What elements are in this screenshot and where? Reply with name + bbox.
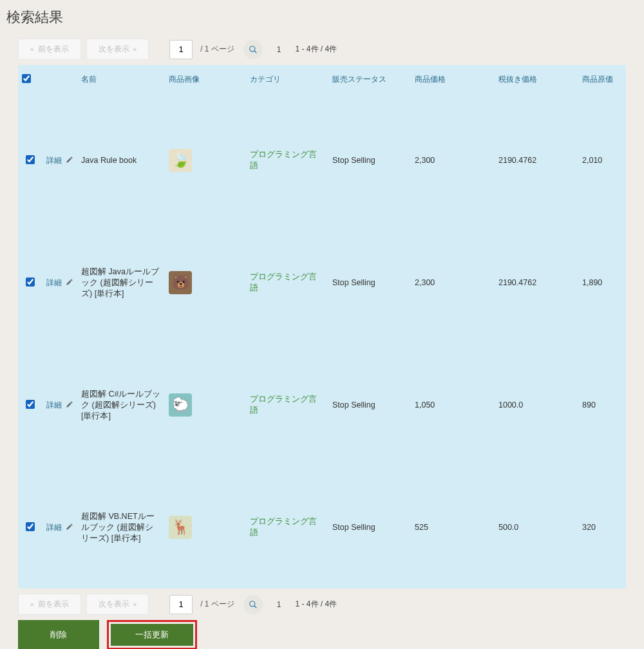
- col-name[interactable]: 名前: [77, 65, 165, 99]
- product-name: Java Rule book: [81, 156, 137, 165]
- search-icon: [249, 45, 258, 54]
- product-name: 超図解 Javaルールブック (超図解シリーズ) [単行本]: [81, 267, 159, 298]
- cost-text: 2,010: [582, 156, 602, 165]
- page-title: 検索結果: [0, 0, 644, 39]
- chevron-right-icon: »: [133, 46, 137, 53]
- next-page-button-bottom[interactable]: 次を表示 »: [86, 594, 149, 615]
- chevron-left-icon: «: [30, 46, 34, 53]
- product-image-icon: 🍃: [169, 149, 192, 172]
- count-range: 1 - 4件 / 4件: [296, 599, 337, 610]
- svg-point-2: [250, 601, 255, 606]
- detail-link[interactable]: 詳細: [46, 523, 62, 532]
- search-button-bottom[interactable]: [243, 595, 263, 614]
- price-text: 2,300: [415, 278, 435, 287]
- price-notax-text: 2190.4762: [498, 278, 536, 287]
- cost-text: 890: [582, 400, 596, 409]
- svg-line-1: [254, 50, 257, 53]
- prev-page-button-bottom[interactable]: « 前を表示: [18, 594, 81, 615]
- action-row: 削除 一括更新: [18, 620, 626, 649]
- col-price-notax[interactable]: 税抜き価格: [495, 65, 578, 99]
- count-range: 1 - 4件 / 4件: [296, 44, 337, 55]
- row-checkbox[interactable]: [26, 400, 35, 409]
- svg-point-0: [250, 46, 255, 51]
- prev-page-button[interactable]: « 前を表示: [18, 39, 81, 60]
- col-cost[interactable]: 商品原価: [578, 65, 626, 99]
- product-name: 超図解 VB.NETルールブック (超図解シリーズ) [単行本]: [81, 512, 155, 543]
- category-link[interactable]: プログラミング言語: [250, 150, 317, 170]
- prev-label: 前を表示: [38, 44, 69, 55]
- page-of-text: / 1 ページ: [200, 599, 234, 610]
- category-link[interactable]: プログラミング言語: [250, 395, 317, 415]
- col-status[interactable]: 販売ステータス: [328, 65, 411, 99]
- status-text: Stop Selling: [332, 400, 375, 409]
- count-index: 1: [277, 600, 281, 609]
- category-link[interactable]: プログラミング言語: [250, 517, 317, 537]
- product-image-icon: 🦌: [169, 516, 192, 539]
- product-image-icon: 🐑: [169, 393, 192, 417]
- table-row: 詳細Java Rule book🍃プログラミング言語Stop Selling2,…: [18, 99, 626, 221]
- chevron-right-icon: »: [133, 601, 137, 608]
- page-number-input-bottom[interactable]: [169, 595, 193, 614]
- search-button[interactable]: [243, 40, 263, 59]
- prev-label: 前を表示: [38, 599, 69, 610]
- row-checkbox[interactable]: [26, 522, 35, 531]
- cost-text: 1,890: [582, 278, 602, 287]
- edit-icon[interactable]: [66, 278, 73, 288]
- status-text: Stop Selling: [332, 523, 375, 532]
- price-text: 2,300: [415, 156, 435, 165]
- pager-bottom: « 前を表示 次を表示 » / 1 ページ 1 1 - 4件 / 4件: [18, 594, 626, 615]
- price-text: 525: [415, 523, 428, 532]
- pager-top: « 前を表示 次を表示 » / 1 ページ 1 1 - 4件 / 4件: [18, 39, 626, 60]
- col-category[interactable]: カテゴリ: [246, 65, 328, 99]
- col-image[interactable]: 商品画像: [165, 65, 246, 99]
- row-checkbox[interactable]: [26, 155, 35, 164]
- svg-line-3: [254, 605, 257, 608]
- results-table: 名前 商品画像 カテゴリ 販売ステータス 商品価格 税抜き価格 商品原価 詳細J…: [18, 65, 626, 588]
- next-label: 次を表示: [99, 44, 129, 55]
- detail-link[interactable]: 詳細: [46, 156, 62, 165]
- edit-icon[interactable]: [66, 156, 73, 165]
- edit-icon[interactable]: [66, 523, 73, 532]
- price-notax-text: 2190.4762: [498, 156, 536, 165]
- col-price[interactable]: 商品価格: [411, 65, 495, 99]
- product-image-icon: 🐻: [169, 271, 192, 294]
- bulk-update-button[interactable]: 一括更新: [111, 624, 193, 646]
- next-label: 次を表示: [99, 599, 129, 610]
- price-text: 1,050: [415, 400, 435, 409]
- delete-button[interactable]: 削除: [18, 620, 99, 649]
- page-of-text: / 1 ページ: [200, 44, 234, 55]
- detail-link[interactable]: 詳細: [46, 400, 62, 409]
- count-index: 1: [277, 45, 281, 54]
- row-checkbox[interactable]: [26, 277, 35, 287]
- content-area: « 前を表示 次を表示 » / 1 ページ 1 1 - 4件 / 4件 名前 商…: [0, 39, 644, 649]
- select-all-checkbox[interactable]: [22, 74, 31, 83]
- detail-link[interactable]: 詳細: [46, 278, 62, 287]
- product-name: 超図解 C#ルールブック (超図解シリーズ) [単行本]: [81, 390, 160, 420]
- search-icon: [249, 600, 258, 609]
- next-page-button[interactable]: 次を表示 »: [86, 39, 149, 60]
- price-notax-text: 1000.0: [498, 400, 523, 409]
- cost-text: 320: [582, 523, 596, 532]
- status-text: Stop Selling: [332, 156, 375, 165]
- chevron-left-icon: «: [30, 601, 34, 608]
- table-row: 詳細超図解 Javaルールブック (超図解シリーズ) [単行本]🐻プログラミング…: [18, 221, 626, 344]
- edit-icon[interactable]: [66, 400, 73, 410]
- table-row: 詳細超図解 VB.NETルールブック (超図解シリーズ) [単行本]🦌プログラミ…: [18, 466, 626, 588]
- page-number-input[interactable]: [169, 40, 193, 59]
- table-row: 詳細超図解 C#ルールブック (超図解シリーズ) [単行本]🐑プログラミング言語…: [18, 344, 626, 466]
- bulk-update-highlight: 一括更新: [107, 620, 197, 649]
- status-text: Stop Selling: [332, 278, 375, 287]
- price-notax-text: 500.0: [498, 523, 518, 532]
- category-link[interactable]: プログラミング言語: [250, 272, 317, 292]
